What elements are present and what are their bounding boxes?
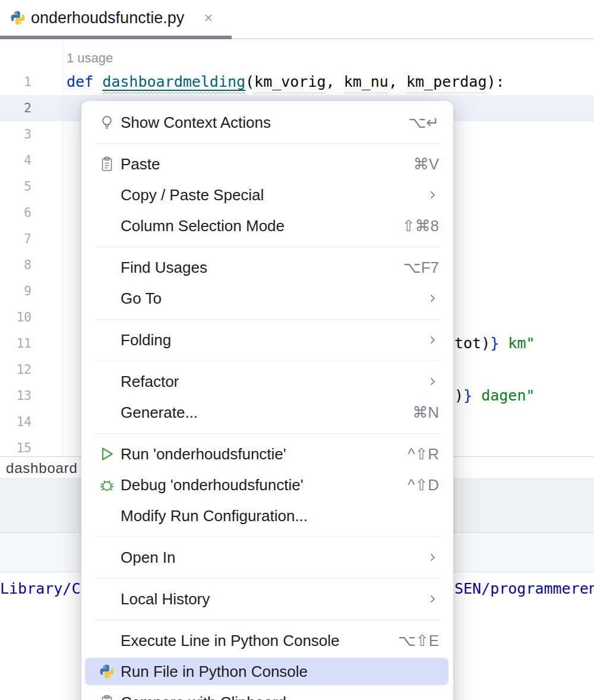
menu-item-run-file-in-python-console[interactable]: Run File in Python Console bbox=[85, 658, 448, 685]
debug-bug-icon bbox=[99, 477, 115, 493]
line-number: 5 bbox=[0, 174, 31, 200]
param-km-perdag: km_perdag bbox=[406, 73, 486, 90]
menu-separator bbox=[94, 319, 440, 320]
menu-item-copy-paste-special[interactable]: Copy / Paste Special bbox=[81, 179, 453, 210]
code-line-1: def dashboardmelding(km_vorig, km_nu, km… bbox=[67, 69, 505, 95]
line-number: 14 bbox=[0, 409, 31, 435]
clipboard-icon bbox=[99, 156, 115, 172]
menu-item-show-context-actions[interactable]: Show Context Actions ⌥↵ bbox=[81, 107, 453, 138]
console-path-left: Library/C bbox=[0, 579, 80, 598]
context-menu: Show Context Actions ⌥↵ Paste ⌘V Copy / … bbox=[81, 101, 453, 700]
line-number: 11 bbox=[0, 330, 31, 357]
usage-hint[interactable]: 1 usage bbox=[67, 48, 113, 69]
line-number: 10 bbox=[0, 304, 31, 330]
run-icon bbox=[99, 446, 115, 462]
menu-separator bbox=[94, 578, 440, 579]
clipboard-icon bbox=[99, 695, 115, 700]
line-number: 1 bbox=[0, 69, 31, 95]
line-number: 8 bbox=[0, 252, 31, 278]
menu-item-find-usages[interactable]: Find Usages ⌥F7 bbox=[81, 252, 453, 283]
submenu-arrow-icon bbox=[426, 551, 439, 564]
menu-separator bbox=[94, 247, 440, 247]
menu-item-column-selection-mode[interactable]: Column Selection Mode ⇧⌘8 bbox=[81, 210, 453, 241]
keyword-def: def bbox=[67, 73, 93, 90]
code-line-11-fragment: tot)} km" bbox=[454, 330, 535, 357]
menu-item-compare-with-clipboard[interactable]: Compare with Clipboard bbox=[81, 687, 453, 700]
menu-item-modify-run-configuration[interactable]: Modify Run Configuration... bbox=[81, 500, 453, 531]
submenu-arrow-icon bbox=[426, 375, 439, 388]
menu-separator bbox=[94, 143, 440, 144]
code-line-13-fragment: )} dagen" bbox=[454, 383, 535, 409]
gutter-border bbox=[62, 39, 63, 456]
menu-item-go-to[interactable]: Go To bbox=[81, 283, 453, 314]
menu-item-paste[interactable]: Paste ⌘V bbox=[81, 149, 453, 179]
tab-title: onderhoudsfunctie.py bbox=[31, 9, 184, 27]
tab-onderhoudsfunctie[interactable]: onderhoudsfunctie.py bbox=[0, 0, 214, 36]
python-file-icon bbox=[10, 10, 26, 26]
param-km-vorig: km_vorig bbox=[254, 73, 326, 90]
menu-item-open-in[interactable]: Open In bbox=[81, 542, 453, 573]
line-number: 7 bbox=[0, 226, 31, 252]
menu-item-local-history[interactable]: Local History bbox=[81, 584, 453, 614]
line-number: 3 bbox=[0, 121, 31, 147]
line-number: 2 bbox=[0, 95, 31, 121]
console-path-right: SEN/programmeren bbox=[454, 579, 594, 598]
menu-separator bbox=[94, 537, 440, 537]
submenu-arrow-icon bbox=[426, 188, 439, 201]
param-km-nu: km_nu bbox=[344, 73, 388, 90]
menu-item-execute-line-in-python-console[interactable]: Execute Line in Python Console ⌥⇧E bbox=[81, 625, 453, 656]
editor-tab-bar: onderhoudsfunctie.py bbox=[0, 0, 594, 39]
line-number: 9 bbox=[0, 278, 31, 304]
submenu-arrow-icon bbox=[426, 333, 439, 346]
menu-separator bbox=[94, 361, 440, 361]
python-icon bbox=[99, 664, 115, 679]
tab-close-icon[interactable] bbox=[203, 12, 214, 23]
menu-separator bbox=[94, 620, 440, 620]
line-number: 13 bbox=[0, 383, 31, 409]
menu-item-debug[interactable]: Debug 'onderhoudsfunctie' ^⇧D bbox=[81, 469, 453, 500]
submenu-arrow-icon bbox=[426, 592, 439, 606]
line-number: 4 bbox=[0, 147, 31, 174]
menu-item-refactor[interactable]: Refactor bbox=[81, 366, 453, 397]
menu-item-run[interactable]: Run 'onderhoudsfunctie' ^⇧R bbox=[81, 439, 453, 469]
menu-separator bbox=[94, 433, 440, 434]
menu-item-generate[interactable]: Generate... ⌘N bbox=[81, 397, 453, 428]
submenu-arrow-icon bbox=[426, 292, 439, 305]
pycharm-window: onderhoudsfunctie.py 1234567891011121314… bbox=[0, 0, 594, 700]
function-name: dashboardmelding bbox=[102, 73, 245, 90]
line-number: 6 bbox=[0, 200, 31, 226]
line-number: 12 bbox=[0, 357, 31, 383]
breadcrumb[interactable]: dashboard bbox=[6, 460, 78, 477]
lightbulb-icon bbox=[99, 115, 115, 130]
menu-item-folding[interactable]: Folding bbox=[81, 324, 453, 355]
